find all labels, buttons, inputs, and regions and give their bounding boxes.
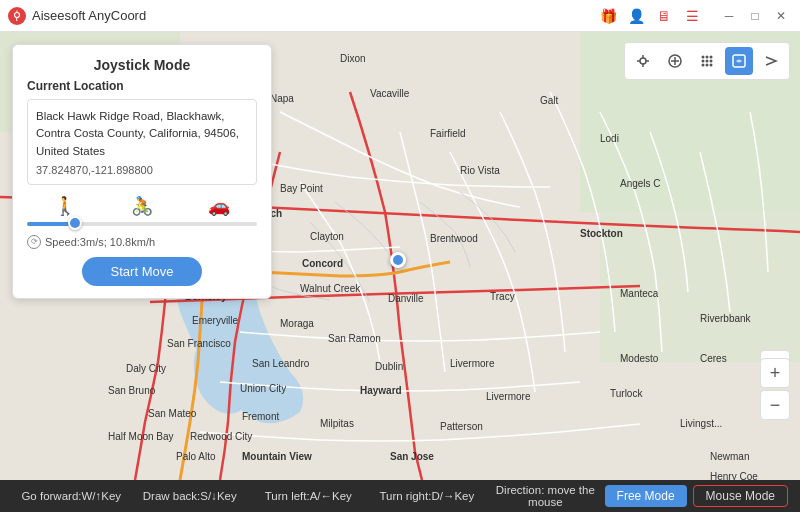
- svg-text:Livermore: Livermore: [450, 358, 495, 369]
- svg-text:Daly City: Daly City: [126, 363, 166, 374]
- svg-point-73: [702, 60, 705, 63]
- svg-text:Hayward: Hayward: [360, 385, 402, 396]
- svg-text:Vacaville: Vacaville: [370, 88, 410, 99]
- monitor-icon[interactable]: 🖥: [654, 6, 674, 26]
- svg-text:Fairfield: Fairfield: [430, 128, 466, 139]
- svg-text:San Jose: San Jose: [390, 451, 434, 462]
- svg-text:Dublin: Dublin: [375, 361, 403, 372]
- zoom-out-button[interactable]: −: [760, 390, 790, 420]
- svg-text:Dixon: Dixon: [340, 53, 366, 64]
- transport-mode-row: 🚶 🚴 🚗: [27, 195, 257, 217]
- location-box: Black Hawk Ridge Road, Blackhawk, Contra…: [27, 99, 257, 185]
- svg-text:Moraga: Moraga: [280, 318, 314, 329]
- svg-text:Emeryville: Emeryville: [192, 315, 239, 326]
- svg-text:Galt: Galt: [540, 95, 559, 106]
- svg-text:Stockton: Stockton: [580, 228, 623, 239]
- svg-point-0: [15, 12, 20, 17]
- svg-text:Henry Coe: Henry Coe: [710, 471, 758, 480]
- svg-text:San Ramon: San Ramon: [328, 333, 381, 344]
- svg-point-74: [706, 60, 709, 63]
- joystick-panel: Joystick Mode Current Location Black Haw…: [12, 44, 272, 299]
- menu-icon[interactable]: ☰: [682, 6, 702, 26]
- svg-text:Milpitas: Milpitas: [320, 418, 354, 429]
- walk-icon[interactable]: 🚶: [54, 195, 76, 217]
- svg-text:Danville: Danville: [388, 293, 424, 304]
- svg-point-70: [702, 56, 705, 59]
- svg-text:Manteca: Manteca: [620, 288, 659, 299]
- panel-subtitle: Current Location: [27, 79, 257, 93]
- start-move-button[interactable]: Start Move: [82, 257, 202, 286]
- bike-icon[interactable]: 🚴: [131, 195, 153, 217]
- svg-point-71: [706, 56, 709, 59]
- svg-point-62: [640, 58, 646, 64]
- location-coords: 37.824870,-121.898800: [36, 164, 248, 176]
- zoom-controls: + −: [760, 358, 790, 420]
- app-title: Aiseesoft AnyCoord: [32, 8, 598, 23]
- svg-text:Newman: Newman: [710, 451, 749, 462]
- svg-text:Livingst...: Livingst...: [680, 418, 722, 429]
- location-center-button[interactable]: [629, 47, 657, 75]
- car-icon[interactable]: 🚗: [208, 195, 230, 217]
- svg-text:Lodi: Lodi: [600, 133, 619, 144]
- export-button[interactable]: [757, 47, 785, 75]
- svg-text:Walnut Creek: Walnut Creek: [300, 283, 361, 294]
- svg-text:Union City: Union City: [240, 383, 286, 394]
- circle-select-button[interactable]: [661, 47, 689, 75]
- maximize-button[interactable]: □: [744, 5, 766, 27]
- svg-text:Tracy: Tracy: [490, 291, 515, 302]
- speed-slider[interactable]: [27, 221, 257, 227]
- svg-text:Riverbbank: Riverbbank: [700, 313, 752, 324]
- svg-text:Modesto: Modesto: [620, 353, 659, 364]
- speed-info: ⟳ Speed:3m/s; 10.8km/h: [27, 235, 257, 249]
- svg-text:Concord: Concord: [302, 258, 343, 269]
- location-address: Black Hawk Ridge Road, Blackhawk, Contra…: [36, 108, 248, 160]
- toolbar-icons: 🎁 👤 🖥 ☰: [598, 6, 702, 26]
- svg-text:San Mateo: San Mateo: [148, 408, 197, 419]
- app-icon: [8, 7, 26, 25]
- gift-icon[interactable]: 🎁: [598, 6, 618, 26]
- slider-fill: [27, 222, 73, 226]
- zoom-in-button[interactable]: +: [760, 358, 790, 388]
- svg-point-78: [710, 64, 713, 67]
- window-controls: ─ □ ✕: [718, 5, 792, 27]
- svg-text:Fremont: Fremont: [242, 411, 279, 422]
- free-mode-button[interactable]: Free Mode: [605, 485, 687, 507]
- satellite-view-button[interactable]: [725, 47, 753, 75]
- user-icon[interactable]: 👤: [626, 6, 646, 26]
- svg-text:Redwood City: Redwood City: [190, 431, 252, 442]
- map-top-controls: [624, 42, 790, 80]
- mode-buttons: Free Mode Mouse Mode: [605, 485, 788, 507]
- minimize-button[interactable]: ─: [718, 5, 740, 27]
- slider-thumb[interactable]: [68, 216, 82, 230]
- svg-text:San Leandro: San Leandro: [252, 358, 310, 369]
- map-location-marker: [390, 252, 406, 268]
- slider-track: [27, 222, 257, 226]
- speed-label: Speed:3m/s; 10.8km/h: [45, 236, 155, 248]
- svg-text:Brentwood: Brentwood: [430, 233, 478, 244]
- svg-text:Palo Alto: Palo Alto: [176, 451, 216, 462]
- turn-right-hint: Turn right:D/→Key: [368, 490, 487, 502]
- go-forward-hint: Go forward:W/↑Key: [12, 490, 131, 502]
- svg-point-72: [710, 56, 713, 59]
- dots-grid-button[interactable]: [693, 47, 721, 75]
- svg-text:Clayton: Clayton: [310, 231, 344, 242]
- svg-text:Bay Point: Bay Point: [280, 183, 323, 194]
- svg-point-77: [706, 64, 709, 67]
- status-bar: Go forward:W/↑Key Draw back:S/↓Key Turn …: [0, 480, 800, 512]
- direction-hint: Direction: move the mouse: [486, 484, 605, 508]
- turn-left-hint: Turn left:A/←Key: [249, 490, 368, 502]
- speed-spinner-icon: ⟳: [27, 235, 41, 249]
- svg-text:Mountain View: Mountain View: [242, 451, 312, 462]
- svg-text:Angels C: Angels C: [620, 178, 661, 189]
- svg-text:Patterson: Patterson: [440, 421, 483, 432]
- svg-text:San Bruno: San Bruno: [108, 385, 156, 396]
- svg-text:Half Moon Bay: Half Moon Bay: [108, 431, 174, 442]
- svg-text:Livermore: Livermore: [486, 391, 531, 402]
- mouse-mode-button[interactable]: Mouse Mode: [693, 485, 788, 507]
- titlebar: Aiseesoft AnyCoord 🎁 👤 🖥 ☰ ─ □ ✕: [0, 0, 800, 32]
- svg-text:Ceres: Ceres: [700, 353, 727, 364]
- close-button[interactable]: ✕: [770, 5, 792, 27]
- draw-back-hint: Draw back:S/↓Key: [131, 490, 250, 502]
- svg-text:San Francisco: San Francisco: [167, 338, 231, 349]
- svg-point-75: [710, 60, 713, 63]
